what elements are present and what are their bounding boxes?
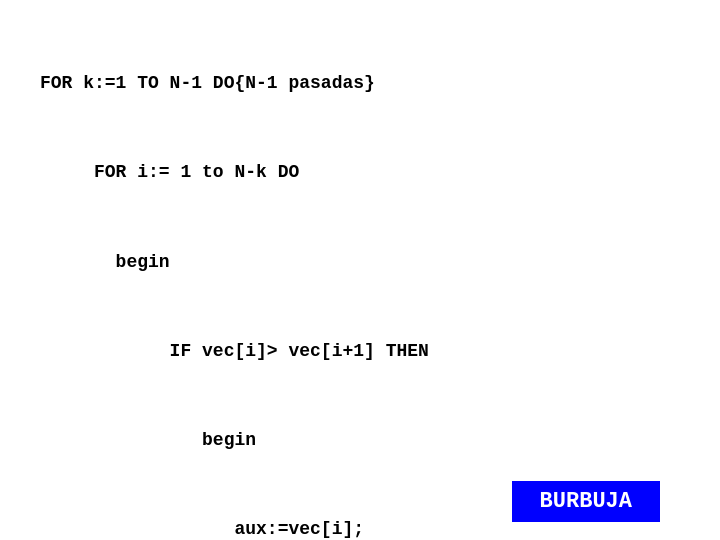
code-line-5: begin (40, 426, 429, 456)
burbuja-badge: BURBUJA (512, 481, 660, 522)
code-block: FOR k:=1 TO N-1 DO{N-1 pasadas} FOR i:= … (40, 10, 429, 540)
code-line-1: FOR k:=1 TO N-1 DO{N-1 pasadas} (40, 69, 429, 99)
code-line-6: aux:=vec[i]; (40, 515, 429, 540)
code-line-3: begin (40, 248, 429, 278)
code-line-2: FOR i:= 1 to N-k DO (40, 158, 429, 188)
code-line-4: IF vec[i]> vec[i+1] THEN (40, 337, 429, 367)
